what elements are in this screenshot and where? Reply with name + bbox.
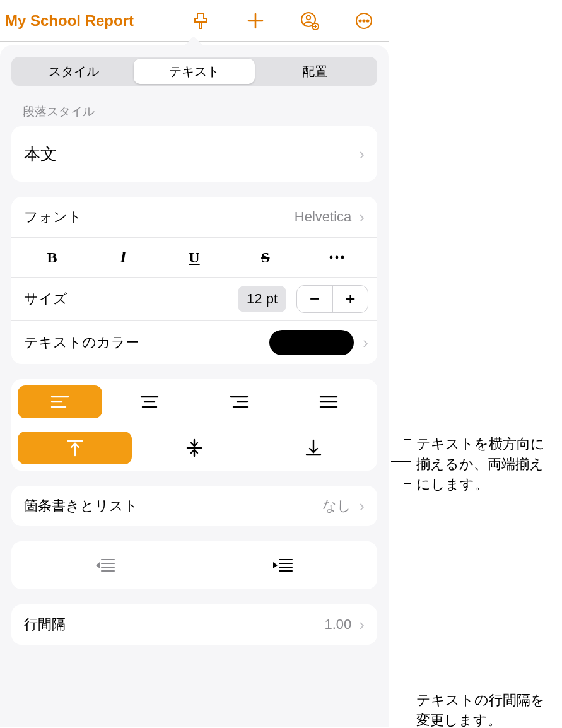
- chevron-right-icon: ›: [359, 208, 365, 227]
- paragraph-style-value: 本文: [24, 143, 355, 165]
- underline-button[interactable]: U: [159, 245, 230, 269]
- chevron-right-icon: ›: [359, 615, 365, 635]
- align-center-button[interactable]: [107, 385, 192, 418]
- callout-align: テキストを横方向に揃えるか、両端揃えにします。: [416, 434, 558, 495]
- text-color-row[interactable]: テキストのカラー ›: [11, 320, 377, 364]
- valign-bottom-button[interactable]: [257, 432, 371, 464]
- paragraph-style-row[interactable]: 本文 ›: [11, 126, 377, 182]
- tab-style[interactable]: スタイル: [13, 59, 134, 84]
- indent-row: [11, 541, 377, 589]
- size-value[interactable]: 12 pt: [238, 286, 286, 312]
- toolbar-actions: [190, 10, 383, 32]
- svg-point-13: [341, 256, 344, 259]
- tab-text[interactable]: テキスト: [134, 59, 254, 84]
- text-color-swatch[interactable]: [269, 330, 354, 355]
- font-value: Helvetica: [295, 209, 351, 225]
- svg-point-3: [307, 15, 310, 19]
- more-menu-icon[interactable]: [353, 10, 375, 32]
- document-title: My School Report: [5, 12, 134, 30]
- size-increase-button[interactable]: +: [332, 286, 368, 312]
- svg-point-10: [366, 20, 368, 21]
- font-card: フォント Helvetica › B I U S サイズ: [11, 197, 377, 364]
- text-style-row: B I U S: [11, 237, 377, 277]
- size-label: サイズ: [24, 290, 238, 308]
- font-label: フォント: [24, 208, 295, 226]
- chevron-right-icon: ›: [359, 144, 365, 164]
- insert-plus-icon[interactable]: [245, 10, 266, 32]
- align-justify-button[interactable]: [286, 385, 371, 418]
- more-text-style-button[interactable]: [301, 245, 372, 269]
- toolbar: My School Report: [0, 0, 389, 42]
- bullets-label: 箇条書きとリスト: [24, 496, 322, 515]
- bullets-card: 箇条書きとリスト なし ›: [11, 486, 377, 526]
- italic-button[interactable]: I: [88, 245, 159, 269]
- tab-arrange[interactable]: 配置: [255, 59, 375, 84]
- font-row[interactable]: フォント Helvetica ›: [11, 197, 377, 237]
- bullets-row[interactable]: 箇条書きとリスト なし ›: [11, 486, 377, 526]
- svg-marker-42: [273, 562, 278, 568]
- collaborate-icon[interactable]: [299, 10, 320, 32]
- line-spacing-value: 1.00: [325, 616, 352, 633]
- chevron-right-icon: ›: [363, 333, 368, 353]
- svg-point-11: [329, 256, 332, 259]
- svg-point-9: [363, 20, 365, 21]
- format-brush-icon[interactable]: [190, 10, 212, 32]
- svg-point-8: [359, 20, 361, 21]
- svg-point-12: [335, 256, 338, 259]
- bullets-value: なし: [322, 496, 351, 515]
- chevron-right-icon: ›: [359, 496, 365, 516]
- outdent-button[interactable]: [18, 551, 194, 579]
- text-color-label: テキストのカラー: [24, 333, 269, 352]
- alignment-card: [11, 379, 377, 471]
- line-spacing-card: 行間隔 1.00 ›: [11, 604, 377, 645]
- align-right-button[interactable]: [197, 385, 281, 418]
- indent-card: [11, 541, 377, 589]
- format-panel: スタイル テキスト 配置 段落スタイル 本文 › フォント Helvetica …: [0, 45, 389, 727]
- horizontal-align-row: [11, 379, 377, 425]
- callout-spacing: テキストの行間隔を変更します。: [416, 690, 558, 728]
- format-tabs: スタイル テキスト 配置: [11, 57, 377, 86]
- line-spacing-row[interactable]: 行間隔 1.00 ›: [11, 604, 377, 645]
- size-stepper: − +: [296, 285, 368, 313]
- line-spacing-label: 行間隔: [24, 615, 325, 634]
- valign-top-button[interactable]: [18, 432, 132, 464]
- size-decrease-button[interactable]: −: [297, 286, 332, 312]
- size-row: サイズ 12 pt − +: [11, 277, 377, 320]
- paragraph-style-card: 本文 ›: [11, 126, 377, 182]
- strikethrough-button[interactable]: S: [230, 245, 301, 269]
- align-left-button[interactable]: [18, 385, 102, 418]
- paragraph-style-label: 段落スタイル: [23, 103, 377, 120]
- indent-button[interactable]: [194, 551, 371, 579]
- vertical-align-row: [11, 425, 377, 471]
- valign-middle-button[interactable]: [137, 432, 251, 464]
- svg-marker-37: [96, 562, 100, 568]
- bold-button[interactable]: B: [16, 245, 88, 269]
